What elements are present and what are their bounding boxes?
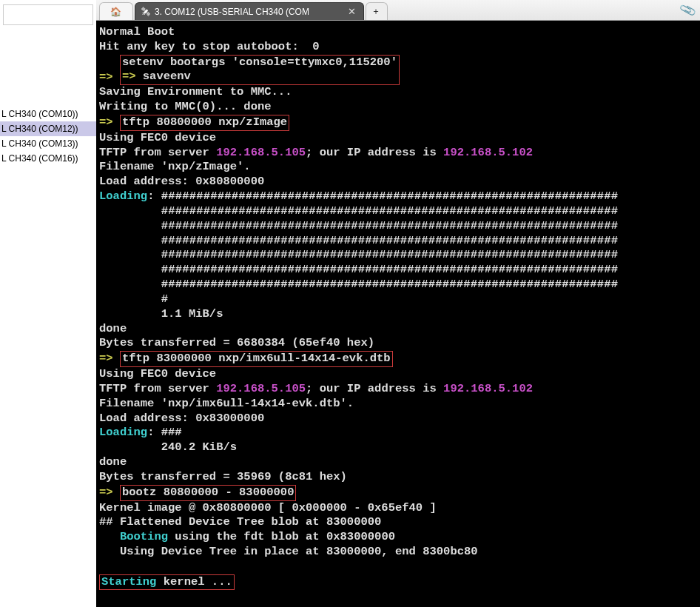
line: TFTP from server	[99, 146, 216, 159]
line: Kernel image @ 0x80800000 [ 0x000000 - 0…	[99, 501, 437, 514]
line: using the fdt blob at 0x83000000	[168, 530, 395, 543]
booting-label: Booting	[120, 530, 168, 543]
prompt: =>	[122, 70, 143, 83]
line: Load address: 0x80800000	[99, 175, 264, 188]
prompt: =>	[99, 486, 120, 499]
sidebar-empty-field	[3, 4, 93, 25]
sidebar-item-label: L CH340 (COM16))	[1, 153, 78, 164]
line: Normal Boot	[99, 25, 175, 38]
line: Using Device Tree in place at 83000000, …	[99, 545, 478, 558]
sidebar-item-com12[interactable]: L CH340 (COM12))	[0, 121, 96, 136]
starting-label: Starting	[101, 575, 156, 588]
prompt: =>	[99, 352, 120, 365]
sidebar-item-label: L CH340 (COM12))	[1, 124, 78, 134]
line: :	[147, 190, 161, 203]
sidebar-item-com10[interactable]: L CH340 (COM10))	[0, 107, 96, 121]
tab-bar: 🏠 🛰 3. COM12 (USB-SERIAL CH340 (COM ✕ ＋ …	[96, 0, 700, 21]
line: done	[99, 455, 127, 469]
home-icon: 🏠	[110, 7, 121, 17]
cmd-bootz: bootz 80800000 - 83000000	[122, 486, 295, 499]
line: TFTP from server	[99, 382, 216, 395]
main-area: 🏠 🛰 3. COM12 (USB-SERIAL CH340 (COM ✕ ＋ …	[96, 0, 700, 607]
sidebar-item-com13[interactable]: L CH340 (COM13))	[0, 136, 96, 151]
plus-icon: ＋	[371, 5, 380, 18]
tab-add[interactable]: ＋	[366, 2, 388, 20]
line: Using FEC0 device	[99, 367, 216, 380]
sidebar: L CH340 (COM10)) L CH340 (COM12)) L CH34…	[0, 0, 96, 607]
line: Filename 'nxp/imx6ull-14x14-evk.dtb'.	[99, 397, 354, 410]
line: Filename 'nxp/zImage'.	[99, 160, 251, 173]
sidebar-item-com16[interactable]: L CH340 (COM16))	[0, 151, 96, 166]
line: Saving Environment to MMC...	[99, 85, 292, 98]
cmd-setenv: setenv bootargs 'console=ttymxc0,115200'	[122, 56, 397, 69]
line: Using FEC0 device	[99, 131, 216, 144]
line: ## Flattened Device Tree blob at 8300000…	[99, 515, 381, 529]
server-ip: 192.168.5.105	[216, 382, 306, 395]
client-ip: 192.168.5.102	[443, 382, 533, 395]
progress-hash: ########################################…	[161, 234, 619, 247]
progress-hash: #	[161, 292, 168, 306]
progress-hash: ########################################…	[161, 219, 619, 232]
progress-hash: ########################################…	[161, 278, 619, 291]
line: Hit any key to stop autoboot: 0	[99, 40, 320, 53]
line: Load address: 0x83000000	[99, 412, 264, 425]
loading-label: Loading	[99, 190, 147, 203]
close-icon[interactable]: ✕	[348, 6, 356, 17]
prompt: =>	[99, 115, 120, 129]
sidebar-item-label: L CH340 (COM10))	[1, 109, 78, 119]
cmd-tftp-kernel: tftp 80800000 nxp/zImage	[122, 115, 287, 129]
line: : ###	[147, 426, 182, 439]
session-icon: 🛰	[141, 7, 150, 17]
progress-hash: ########################################…	[161, 248, 619, 261]
client-ip: 192.168.5.102	[443, 146, 533, 159]
cmd-saveenv: saveenv	[143, 70, 191, 83]
progress-hash: ########################################…	[161, 263, 619, 276]
loading-label: Loading	[99, 426, 147, 439]
progress-hash: ########################################…	[161, 190, 619, 203]
port-list: L CH340 (COM10)) L CH340 (COM12)) L CH34…	[0, 107, 96, 166]
sidebar-item-label: L CH340 (COM13))	[1, 138, 78, 149]
cmd-tftp-dtb: tftp 83000000 nxp/imx6ull-14x14-evk.dtb	[122, 352, 391, 365]
line: ; our IP address is	[306, 382, 443, 395]
line: ; our IP address is	[306, 146, 443, 159]
line: done	[99, 322, 127, 335]
progress-hash: ########################################…	[161, 204, 619, 218]
paperclip-icon[interactable]: 📎	[679, 1, 697, 19]
line: Bytes transferred = 35969 (8c81 hex)	[99, 470, 347, 483]
tab-label: 3. COM12 (USB-SERIAL CH340 (COM	[155, 7, 348, 17]
tab-com12-session[interactable]: 🛰 3. COM12 (USB-SERIAL CH340 (COM ✕	[135, 2, 364, 20]
tab-home[interactable]: 🏠	[99, 2, 133, 20]
prompt: =>	[99, 70, 120, 83]
line: kernel ...	[156, 575, 232, 588]
line: 1.1 MiB/s	[99, 307, 223, 321]
line: 240.2 KiB/s	[99, 440, 237, 454]
line	[99, 530, 120, 543]
line: Bytes transferred = 6680384 (65ef40 hex)	[99, 336, 374, 349]
line: Writing to MMC(0)... done	[99, 100, 272, 113]
server-ip: 192.168.5.105	[216, 146, 306, 159]
terminal-output[interactable]: Normal Boot Hit any key to stop autoboot…	[96, 21, 700, 607]
